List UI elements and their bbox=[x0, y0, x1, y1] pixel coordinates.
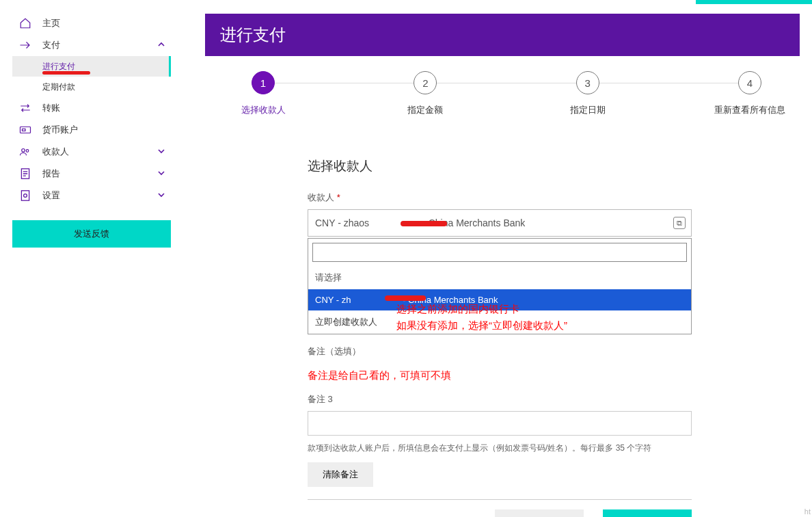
sidebar: 主页 支付 进行支付 定期付款 转账 货币账户 收款人 bbox=[12, 12, 171, 248]
dropdown-search-input[interactable] bbox=[312, 243, 687, 262]
chevron-up-icon bbox=[157, 40, 165, 51]
main-content: 进行支付 1 选择收款人 2 指定金额 3 指定日期 4 重新查看所有信息 选择… bbox=[205, 14, 800, 517]
sidebar-item-transfer[interactable]: 转账 bbox=[12, 97, 171, 119]
sidebar-label: 报告 bbox=[42, 168, 60, 180]
sidebar-label: 收款人 bbox=[42, 146, 69, 158]
feedback-button[interactable]: 发送反馈 bbox=[12, 220, 171, 248]
remark-label: 备注（选填） bbox=[308, 345, 692, 358]
step-2[interactable]: 2 指定金额 bbox=[388, 71, 463, 116]
step-num: 1 bbox=[260, 77, 266, 89]
step-label: 指定日期 bbox=[570, 104, 606, 116]
step-label: 指定金额 bbox=[407, 104, 443, 116]
settings-icon bbox=[18, 189, 33, 202]
sidebar-item-pay[interactable]: 支付 bbox=[12, 34, 171, 56]
footer-buttons: 取消 继续 bbox=[308, 509, 692, 517]
svg-point-3 bbox=[26, 150, 29, 153]
remark-hint: 款项到达收款人账户后，所填信息会在支付上显示（例如发票号码/姓名）。每行最多 3… bbox=[308, 442, 692, 454]
required-mark: * bbox=[337, 192, 340, 202]
annotation-3: 备注是给自己看的，可填可不填 bbox=[308, 367, 692, 384]
sidebar-sub-label: 定期付款 bbox=[42, 81, 75, 93]
chevron-down-icon bbox=[157, 146, 165, 157]
step-4[interactable]: 4 重新查看所有信息 bbox=[712, 71, 787, 116]
page-banner: 进行支付 bbox=[205, 14, 800, 56]
step-circle: 3 bbox=[576, 71, 599, 94]
divider bbox=[308, 499, 692, 500]
top-accent-bar bbox=[696, 0, 812, 4]
payee-field-label: 收款人 * bbox=[308, 191, 692, 204]
arrow-right-icon bbox=[18, 40, 33, 50]
step-num: 4 bbox=[747, 77, 753, 89]
sidebar-label: 货币账户 bbox=[42, 124, 78, 136]
redaction-mark bbox=[401, 221, 447, 226]
step-num: 3 bbox=[584, 77, 590, 89]
sidebar-item-currency-account[interactable]: 货币账户 bbox=[12, 119, 171, 141]
svg-rect-1 bbox=[23, 129, 26, 131]
sidebar-label: 设置 bbox=[42, 189, 60, 202]
sidebar-item-report[interactable]: 报告 bbox=[12, 163, 171, 185]
opt-prefix: CNY - zh bbox=[315, 295, 351, 305]
sidebar-item-settings[interactable]: 设置 bbox=[12, 185, 171, 207]
remark3-label: 备注 3 bbox=[308, 393, 692, 406]
redaction-mark bbox=[385, 295, 426, 301]
sidebar-item-payees[interactable]: 收款人 bbox=[12, 141, 171, 163]
svg-point-2 bbox=[22, 149, 25, 153]
dropdown-placeholder: 请选择 bbox=[308, 266, 691, 289]
remark3-input[interactable] bbox=[308, 411, 692, 436]
payee-form: 选择收款人 收款人 * CNY - zhaos - China Merchant… bbox=[308, 157, 692, 517]
step-1[interactable]: 1 选择收款人 bbox=[226, 71, 301, 116]
section-title: 选择收款人 bbox=[308, 157, 692, 175]
payee-label-text: 收款人 bbox=[308, 192, 334, 202]
step-label: 重新查看所有信息 bbox=[714, 104, 785, 116]
continue-button[interactable]: 继续 bbox=[603, 509, 692, 517]
payee-select[interactable]: CNY - zhaos - China Merchants Bank ⧉ bbox=[308, 209, 692, 237]
watermark: ht bbox=[804, 507, 811, 516]
transfer-icon bbox=[18, 103, 33, 114]
sidebar-label: 支付 bbox=[42, 39, 60, 51]
svg-rect-5 bbox=[21, 191, 29, 200]
step-circle: 4 bbox=[738, 71, 761, 94]
step-indicator: 1 选择收款人 2 指定金额 3 指定日期 4 重新查看所有信息 bbox=[205, 71, 800, 116]
sidebar-sub-label: 进行支付 bbox=[42, 61, 75, 72]
copy-icon[interactable]: ⧉ bbox=[673, 217, 686, 229]
step-label: 选择收款人 bbox=[241, 104, 286, 116]
annotation-2: 如果没有添加，选择“立即创建收款人” bbox=[396, 317, 567, 334]
sidebar-label: 主页 bbox=[42, 17, 60, 29]
wallet-icon bbox=[18, 125, 33, 135]
home-icon bbox=[18, 17, 33, 29]
step-circle: 1 bbox=[252, 71, 275, 94]
sidebar-sub-recurring[interactable]: 定期付款 bbox=[12, 77, 171, 97]
chevron-down-icon bbox=[157, 190, 165, 201]
report-icon bbox=[18, 168, 33, 180]
selected-prefix: CNY - zhaos bbox=[315, 217, 369, 228]
sidebar-sub-make-payment[interactable]: 进行支付 bbox=[12, 56, 171, 77]
step-line bbox=[260, 83, 759, 83]
sidebar-label: 转账 bbox=[42, 102, 60, 114]
step-3[interactable]: 3 指定日期 bbox=[550, 71, 625, 116]
step-num: 2 bbox=[422, 77, 428, 89]
feedback-label: 发送反馈 bbox=[74, 228, 109, 240]
clear-remark-button[interactable]: 清除备注 bbox=[308, 462, 373, 487]
chevron-down-icon bbox=[157, 168, 165, 179]
annotation-1: 选择之前添加的国内银行卡 bbox=[396, 301, 519, 317]
users-icon bbox=[18, 146, 33, 157]
step-circle: 2 bbox=[414, 71, 437, 94]
svg-point-6 bbox=[24, 194, 27, 198]
sidebar-item-home[interactable]: 主页 bbox=[12, 12, 171, 34]
cancel-button[interactable]: 取消 bbox=[495, 509, 584, 517]
page-title: 进行支付 bbox=[220, 24, 286, 46]
annotation-underline bbox=[42, 71, 90, 75]
